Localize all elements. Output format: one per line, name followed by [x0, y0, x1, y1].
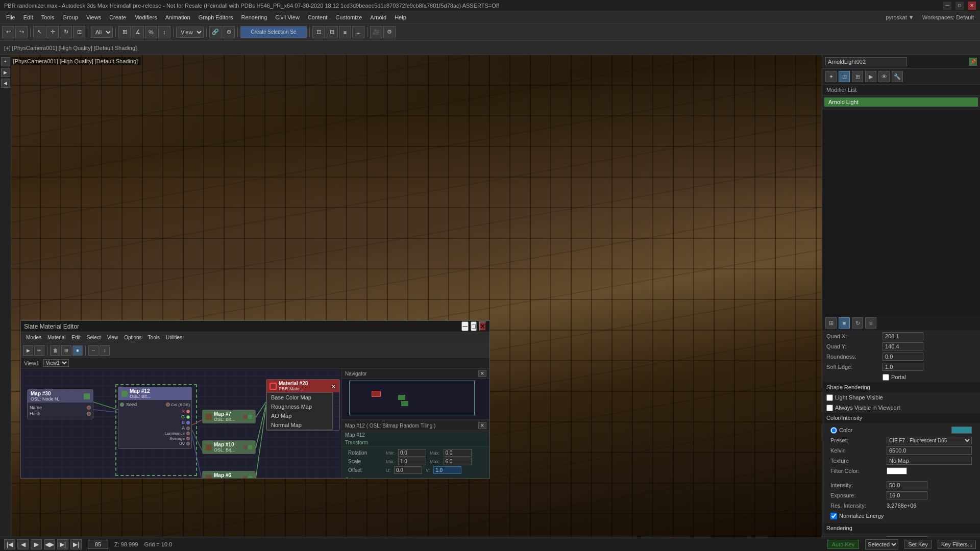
left-tool-3[interactable]: ◀ — [1, 79, 10, 88]
panel-hierarchy-icon[interactable]: ⊞ — [852, 71, 863, 82]
slate-menu-tools[interactable]: Tools — [145, 332, 163, 344]
map-detail-close[interactable]: ✕ — [478, 422, 486, 429]
node30-icon[interactable] — [84, 393, 90, 399]
slate-menu-modes[interactable]: Modes — [23, 332, 44, 344]
left-tool-2[interactable]: ▶ — [1, 68, 10, 77]
node-map7[interactable]: Map #7 OSL: Bit... — [202, 410, 256, 423]
percent-snap-button[interactable]: % — [145, 26, 157, 38]
menu-create[interactable]: Create — [105, 11, 130, 23]
slate-close[interactable]: ✕ — [479, 321, 486, 331]
port-colrgb-out[interactable] — [166, 403, 170, 407]
maximize-button[interactable]: □ — [955, 2, 964, 10]
menu-rendering[interactable]: Rendering — [237, 11, 272, 23]
exposure-input[interactable] — [887, 491, 927, 499]
render-settings-button[interactable]: ⚙ — [383, 26, 396, 38]
texture-input[interactable] — [887, 457, 972, 465]
port-name-out[interactable] — [87, 406, 91, 410]
port-uv-out[interactable] — [186, 442, 190, 445]
intensity-input[interactable] — [887, 481, 927, 489]
menu-group[interactable]: Group — [58, 11, 82, 23]
slate-menu-edit[interactable]: Edit — [69, 332, 84, 344]
window-controls[interactable]: ─ □ ✕ — [943, 2, 976, 10]
node10-thumb[interactable] — [206, 444, 212, 450]
ctx-normal[interactable]: Normal Map — [267, 420, 332, 430]
soft-edge-input[interactable] — [883, 363, 923, 371]
object-name-input[interactable] — [825, 57, 907, 66]
snap-button[interactable]: ⊞ — [118, 26, 131, 38]
rotation-max-input[interactable] — [444, 449, 472, 457]
node-map12[interactable]: Map #12 OSL: Bit... Seed C — [118, 387, 192, 449]
menu-views[interactable]: Views — [82, 11, 105, 23]
always-visible-checkbox[interactable] — [826, 405, 833, 411]
menu-help[interactable]: Help — [390, 11, 410, 23]
auto-key-button[interactable]: Auto Key — [827, 540, 860, 549]
shape-rendering-header[interactable]: Shape Rendering — [822, 382, 980, 392]
create-selection-button[interactable]: Create Selection Se — [240, 26, 307, 38]
spinner-snap-button[interactable]: ↕ — [158, 26, 170, 38]
scale-max-input[interactable] — [444, 458, 472, 465]
rotate-button[interactable]: ↻ — [60, 26, 72, 38]
node7-thumb[interactable] — [206, 414, 212, 420]
node6-controls[interactable] — [243, 476, 252, 479]
color-intensity-header[interactable]: Color/Intensity — [822, 413, 980, 423]
port-avg-out[interactable] — [186, 437, 190, 440]
slate-tool-6[interactable]: ↔ — [88, 345, 99, 356]
play-back-button[interactable]: ◀▶ — [44, 539, 55, 549]
prop-tab-2[interactable]: ■ — [839, 317, 850, 329]
normalize-energy-checkbox[interactable] — [830, 513, 837, 519]
slate-view-select[interactable]: View1 — [43, 359, 69, 367]
link-button[interactable]: 🔗 — [209, 26, 222, 38]
port-lum-out[interactable] — [186, 432, 190, 435]
node7-controls[interactable] — [243, 415, 252, 419]
ctx-roughness[interactable]: Roughness Map — [267, 402, 332, 411]
navigator-close[interactable]: ✕ — [478, 370, 486, 377]
panel-create-icon[interactable]: ✦ — [825, 71, 837, 82]
array-button[interactable]: ⊞ — [326, 26, 338, 38]
go-end-button[interactable]: ▶| — [70, 539, 82, 549]
set-key-button[interactable]: Set Key — [904, 540, 932, 549]
rotation-min-input[interactable] — [398, 449, 426, 457]
menu-civil-view[interactable]: Civil View — [271, 11, 303, 23]
slate-tool-7[interactable]: ↕ — [100, 345, 110, 356]
close-button[interactable]: ✕ — [968, 2, 976, 10]
panel-display-icon[interactable]: 👁 — [878, 71, 890, 82]
node12-thumb[interactable] — [121, 391, 128, 397]
align-button[interactable]: ≡ — [339, 26, 351, 38]
play-button[interactable]: ▶ — [31, 539, 42, 549]
slate-win-controls[interactable]: ─ □ ✕ — [461, 321, 486, 331]
offset-v-input[interactable] — [433, 466, 461, 474]
quick-align-button[interactable]: ⫠ — [352, 26, 364, 38]
menu-edit[interactable]: Edit — [19, 11, 37, 23]
next-frame-button[interactable]: ▶| — [57, 539, 68, 549]
node6-in[interactable] — [243, 476, 247, 479]
scale-min-input[interactable] — [398, 458, 426, 465]
preset-select[interactable]: CIE F7 - Fluorescent D65 — [887, 437, 972, 444]
node6-out[interactable] — [248, 476, 252, 479]
navigator-view[interactable] — [342, 379, 489, 419]
kelvin-input[interactable] — [887, 446, 972, 455]
pin-button[interactable]: 📌 — [969, 58, 977, 66]
ctx-base-color[interactable]: Base Color Map — [267, 393, 332, 402]
menu-animation[interactable]: Animation — [161, 11, 194, 23]
mirror-button[interactable]: ⊟ — [312, 26, 325, 38]
node10-in[interactable] — [243, 445, 247, 449]
quad-y-input[interactable] — [883, 342, 923, 350]
menu-tools[interactable]: Tools — [37, 11, 59, 23]
node6-thumb[interactable] — [206, 475, 212, 479]
port-seed-in[interactable] — [120, 403, 124, 407]
slate-menu-utilities[interactable]: Utilities — [163, 332, 185, 344]
port-a-out[interactable] — [186, 427, 190, 430]
portal-checkbox[interactable] — [883, 374, 889, 381]
context-menu[interactable]: Base Color Map Roughness Map AO Map Norm… — [266, 392, 333, 430]
slate-menu-material[interactable]: Material — [44, 332, 69, 344]
rendering-section-header[interactable]: Rendering — [822, 523, 980, 533]
left-tool-1[interactable]: + — [1, 57, 10, 66]
node10-out[interactable] — [248, 445, 252, 449]
panel-modify-icon[interactable]: ⊡ — [839, 71, 850, 82]
color-swatch[interactable] — [951, 427, 972, 434]
angle-snap-button[interactable]: ∡ — [132, 26, 144, 38]
render-button[interactable]: 🎥 — [370, 26, 382, 38]
slate-menu-options[interactable]: Options — [121, 332, 144, 344]
slate-tool-4[interactable]: ⊞ — [61, 345, 71, 356]
bind-button[interactable]: ⊕ — [223, 26, 235, 38]
